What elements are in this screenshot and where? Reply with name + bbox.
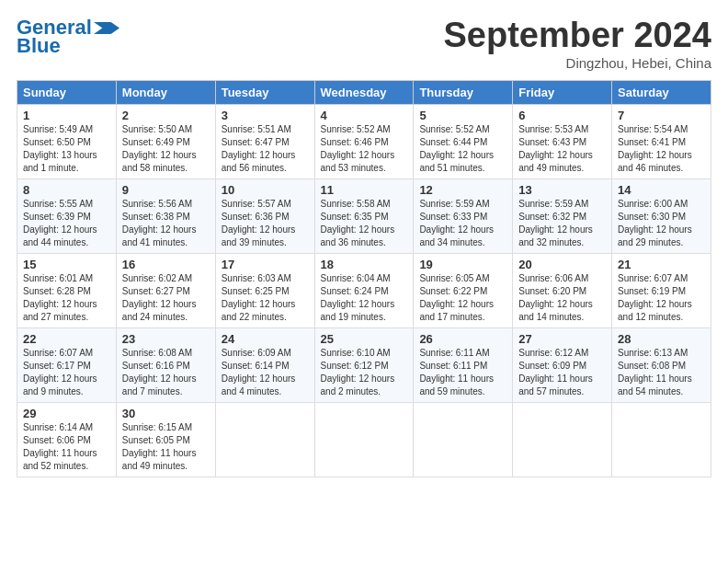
day-number: 24	[222, 332, 309, 346]
day-number: 15	[23, 258, 110, 271]
calendar-cell: 7Sunrise: 5:54 AM Sunset: 6:41 PM Daylig…	[612, 104, 711, 178]
calendar-cell: 2Sunrise: 5:50 AM Sunset: 6:49 PM Daylig…	[116, 104, 215, 178]
day-number: 5	[419, 109, 506, 122]
day-number: 20	[518, 258, 606, 271]
calendar-cell	[612, 402, 711, 477]
calendar-cell: 30Sunrise: 6:15 AM Sunset: 6:05 PM Dayli…	[116, 402, 215, 477]
calendar-cell: 5Sunrise: 5:52 AM Sunset: 6:44 PM Daylig…	[414, 104, 513, 178]
calendar-cell: 9Sunrise: 5:56 AM Sunset: 6:38 PM Daylig…	[116, 178, 215, 253]
calendar-cell: 25Sunrise: 6:10 AM Sunset: 6:12 PM Dayli…	[314, 327, 414, 402]
day-number: 28	[618, 332, 705, 346]
title-block: September 2024 Dingzhou, Hebei, China	[444, 17, 712, 71]
calendar-cell: 10Sunrise: 5:57 AM Sunset: 6:36 PM Dayli…	[215, 178, 314, 253]
cell-detail: Sunrise: 6:08 AM Sunset: 6:16 PM Dayligh…	[122, 347, 210, 398]
cell-detail: Sunrise: 5:52 AM Sunset: 6:46 PM Dayligh…	[321, 123, 408, 175]
cell-detail: Sunrise: 6:07 AM Sunset: 6:19 PM Dayligh…	[618, 272, 705, 324]
day-number: 21	[618, 258, 705, 271]
cell-detail: Sunrise: 5:59 AM Sunset: 6:33 PM Dayligh…	[419, 198, 506, 249]
calendar-cell: 19Sunrise: 6:05 AM Sunset: 6:22 PM Dayli…	[414, 253, 513, 327]
calendar-cell: 27Sunrise: 6:12 AM Sunset: 6:09 PM Dayli…	[513, 327, 612, 402]
calendar-cell: 12Sunrise: 5:59 AM Sunset: 6:33 PM Dayli…	[414, 178, 513, 253]
cell-detail: Sunrise: 6:01 AM Sunset: 6:28 PM Dayligh…	[23, 272, 110, 324]
day-number: 14	[618, 183, 705, 197]
cell-detail: Sunrise: 5:56 AM Sunset: 6:38 PM Dayligh…	[122, 198, 210, 249]
cell-detail: Sunrise: 5:53 AM Sunset: 6:43 PM Dayligh…	[518, 123, 606, 175]
calendar-cell: 16Sunrise: 6:02 AM Sunset: 6:27 PM Dayli…	[116, 253, 215, 327]
svg-marker-0	[94, 22, 119, 34]
cell-detail: Sunrise: 5:55 AM Sunset: 6:39 PM Dayligh…	[23, 198, 110, 249]
day-number: 12	[419, 183, 506, 197]
calendar-cell	[513, 402, 612, 477]
calendar-cell: 13Sunrise: 5:59 AM Sunset: 6:32 PM Dayli…	[513, 178, 612, 253]
day-number: 10	[222, 183, 309, 197]
day-number: 30	[122, 407, 210, 420]
cell-detail: Sunrise: 6:03 AM Sunset: 6:25 PM Dayligh…	[222, 272, 309, 324]
logo-blue-text: Blue	[17, 35, 61, 57]
calendar-week-row: 8Sunrise: 5:55 AM Sunset: 6:39 PM Daylig…	[17, 178, 711, 253]
calendar-cell: 21Sunrise: 6:07 AM Sunset: 6:19 PM Dayli…	[612, 253, 711, 327]
cell-detail: Sunrise: 6:13 AM Sunset: 6:08 PM Dayligh…	[618, 347, 705, 398]
cell-detail: Sunrise: 6:10 AM Sunset: 6:12 PM Dayligh…	[321, 347, 408, 398]
weekday-header: Wednesday	[314, 80, 414, 104]
weekday-header: Saturday	[612, 80, 711, 104]
calendar-header-row: SundayMondayTuesdayWednesdayThursdayFrid…	[17, 80, 711, 104]
day-number: 18	[321, 258, 408, 271]
weekday-header: Sunday	[17, 80, 117, 104]
calendar-cell: 1Sunrise: 5:49 AM Sunset: 6:50 PM Daylig…	[17, 104, 117, 178]
day-number: 13	[518, 183, 606, 197]
location: Dingzhou, Hebei, China	[444, 55, 712, 71]
cell-detail: Sunrise: 6:12 AM Sunset: 6:09 PM Dayligh…	[518, 347, 606, 398]
calendar-cell: 14Sunrise: 6:00 AM Sunset: 6:30 PM Dayli…	[612, 178, 711, 253]
cell-detail: Sunrise: 6:15 AM Sunset: 6:05 PM Dayligh…	[122, 421, 210, 473]
logo-icon	[94, 22, 119, 35]
calendar-cell: 29Sunrise: 6:14 AM Sunset: 6:06 PM Dayli…	[17, 402, 117, 477]
cell-detail: Sunrise: 6:14 AM Sunset: 6:06 PM Dayligh…	[23, 421, 110, 473]
weekday-header: Thursday	[414, 80, 513, 104]
day-number: 8	[23, 183, 110, 197]
day-number: 6	[518, 109, 606, 122]
cell-detail: Sunrise: 6:09 AM Sunset: 6:14 PM Dayligh…	[222, 347, 309, 398]
cell-detail: Sunrise: 5:59 AM Sunset: 6:32 PM Dayligh…	[518, 198, 606, 249]
day-number: 19	[419, 258, 506, 271]
cell-detail: Sunrise: 6:05 AM Sunset: 6:22 PM Dayligh…	[419, 272, 506, 324]
calendar-cell	[414, 402, 513, 477]
calendar-cell: 22Sunrise: 6:07 AM Sunset: 6:17 PM Dayli…	[17, 327, 117, 402]
page-container: General Blue September 2024 Dingzhou, He…	[0, 0, 728, 487]
calendar-cell: 24Sunrise: 6:09 AM Sunset: 6:14 PM Dayli…	[215, 327, 314, 402]
weekday-header: Tuesday	[215, 80, 314, 104]
calendar-cell: 8Sunrise: 5:55 AM Sunset: 6:39 PM Daylig…	[17, 178, 117, 253]
calendar-week-row: 1Sunrise: 5:49 AM Sunset: 6:50 PM Daylig…	[17, 104, 711, 178]
day-number: 29	[23, 407, 110, 420]
calendar-cell: 20Sunrise: 6:06 AM Sunset: 6:20 PM Dayli…	[513, 253, 612, 327]
calendar-cell: 18Sunrise: 6:04 AM Sunset: 6:24 PM Dayli…	[314, 253, 414, 327]
cell-detail: Sunrise: 6:07 AM Sunset: 6:17 PM Dayligh…	[23, 347, 110, 398]
day-number: 7	[618, 109, 705, 122]
calendar-cell: 23Sunrise: 6:08 AM Sunset: 6:16 PM Dayli…	[116, 327, 215, 402]
cell-detail: Sunrise: 6:02 AM Sunset: 6:27 PM Dayligh…	[122, 272, 210, 324]
day-number: 3	[222, 109, 309, 122]
cell-detail: Sunrise: 5:57 AM Sunset: 6:36 PM Dayligh…	[222, 198, 309, 249]
day-number: 27	[518, 332, 606, 346]
cell-detail: Sunrise: 5:49 AM Sunset: 6:50 PM Dayligh…	[23, 123, 110, 175]
day-number: 1	[23, 109, 110, 122]
calendar-week-row: 22Sunrise: 6:07 AM Sunset: 6:17 PM Dayli…	[17, 327, 711, 402]
cell-detail: Sunrise: 5:54 AM Sunset: 6:41 PM Dayligh…	[618, 123, 705, 175]
calendar-cell	[215, 402, 314, 477]
weekday-header: Monday	[116, 80, 215, 104]
cell-detail: Sunrise: 5:52 AM Sunset: 6:44 PM Dayligh…	[419, 123, 506, 175]
day-number: 26	[419, 332, 506, 346]
day-number: 17	[222, 258, 309, 271]
day-number: 9	[122, 183, 210, 197]
day-number: 22	[23, 332, 110, 346]
day-number: 25	[321, 332, 408, 346]
logo: General Blue	[17, 17, 119, 57]
day-number: 16	[122, 258, 210, 271]
calendar-week-row: 29Sunrise: 6:14 AM Sunset: 6:06 PM Dayli…	[17, 402, 711, 477]
day-number: 2	[122, 109, 210, 122]
calendar-cell: 4Sunrise: 5:52 AM Sunset: 6:46 PM Daylig…	[314, 104, 414, 178]
day-number: 4	[321, 109, 408, 122]
cell-detail: Sunrise: 6:11 AM Sunset: 6:11 PM Dayligh…	[419, 347, 506, 398]
calendar-cell: 11Sunrise: 5:58 AM Sunset: 6:35 PM Dayli…	[314, 178, 414, 253]
cell-detail: Sunrise: 6:04 AM Sunset: 6:24 PM Dayligh…	[321, 272, 408, 324]
cell-detail: Sunrise: 6:00 AM Sunset: 6:30 PM Dayligh…	[618, 198, 705, 249]
